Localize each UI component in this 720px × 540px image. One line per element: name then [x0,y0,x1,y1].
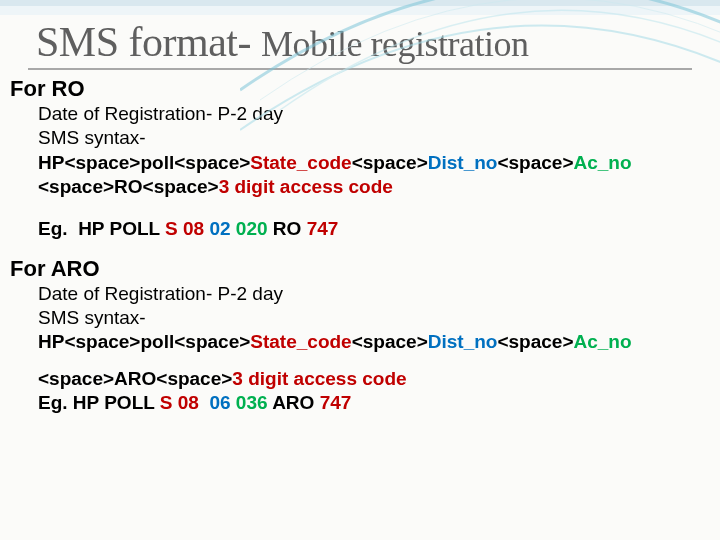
ro-eg-pre: HP POLL [78,218,160,239]
aro-syntax-code: 3 digit access code [232,368,406,389]
aro-syntax-dist: Dist_no [428,331,498,352]
aro-eg-pre: HP POLL [73,392,155,413]
aro-eg-code: 747 [320,392,352,413]
slide: SMS format- Mobile registration For RO D… [0,0,720,540]
aro-eg-label: Eg. [38,392,68,413]
aro-syntax-label: SMS syntax- [38,306,692,330]
aro-block: Date of Registration- P-2 day SMS syntax… [28,282,692,416]
ro-syntax-line2: <space>RO<space>3 digit access code [38,175,692,199]
ro-eg-label: Eg. [38,218,68,239]
aro-eg-dist: 06 [209,392,230,413]
ro-date-line: Date of Registration- P-2 day [38,102,692,126]
section-heading-aro: For ARO [10,256,692,282]
aro-eg-state: S 08 [160,392,199,413]
aro-example: Eg. HP POLL S 08 06 036 ARO 747 [38,391,692,415]
title-part1: SMS format- [36,19,261,65]
aro-eg-ac: 036 [236,392,268,413]
aro-syntax-sep1: <space> [352,331,428,352]
ro-syntax-state: State_code [250,152,351,173]
aro-date-line: Date of Registration- P-2 day [38,282,692,306]
ro-example: Eg. HP POLL S 08 02 020 RO 747 [38,217,692,241]
ro-eg-ac: 020 [236,218,268,239]
title-underline [28,68,692,70]
section-heading-ro: For RO [10,76,692,102]
title-part2: Mobile registration [261,24,528,64]
aro-syntax-sep2: <space> [497,331,573,352]
ro-syntax-sep2: <space> [497,152,573,173]
aro-syntax-line2: <space>ARO<space>3 digit access code [38,367,692,391]
ro-eg-dist: 02 [209,218,230,239]
ro-syntax-code: 3 digit access code [219,176,393,197]
ro-syntax-line1: HP<space>poll<space>State_code<space>Dis… [38,151,692,175]
ro-eg-state: S 08 [165,218,204,239]
aro-syntax-line1: HP<space>poll<space>State_code<space>Dis… [38,330,692,354]
ro-syntax-prefix: HP<space>poll<space> [38,152,250,173]
ro-syntax-ac: Ac_no [574,152,632,173]
slide-title: SMS format- Mobile registration [28,18,692,66]
aro-syntax-state: State_code [250,331,351,352]
ro-syntax-sep1: <space> [352,152,428,173]
aro-eg-role: ARO [272,392,314,413]
ro-syntax-role: <space>RO<space> [38,176,219,197]
ro-syntax-dist: Dist_no [428,152,498,173]
aro-syntax-role: <space>ARO<space> [38,368,232,389]
ro-eg-role: RO [273,218,302,239]
ro-syntax-label: SMS syntax- [38,126,692,150]
ro-eg-code: 747 [307,218,339,239]
ro-block: Date of Registration- P-2 day SMS syntax… [28,102,692,242]
aro-syntax-ac: Ac_no [574,331,632,352]
aro-syntax-prefix: HP<space>poll<space> [38,331,250,352]
